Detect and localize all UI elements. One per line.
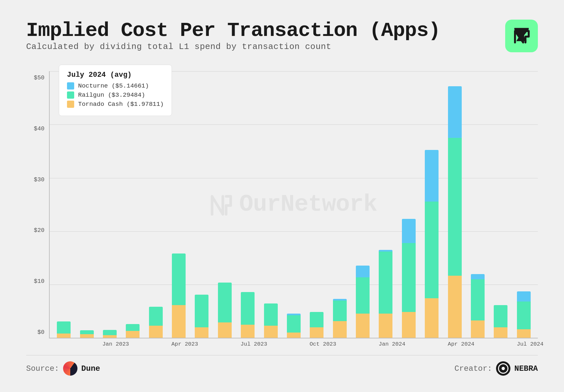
- bar-column: [149, 307, 163, 338]
- bar-column: [517, 291, 531, 338]
- bar-stack: [149, 307, 163, 338]
- header: Implied Cost Per Transaction (Apps) Calc…: [26, 20, 538, 61]
- legend-title: July 2024 (avg): [67, 71, 164, 79]
- bar-tornado: [172, 305, 186, 338]
- bars-group: [50, 86, 538, 338]
- bar-tornado: [241, 325, 255, 338]
- bar-railgun: [264, 303, 278, 326]
- bar-column: [80, 330, 94, 338]
- bar-tornado: [103, 335, 117, 338]
- bar-tornado: [494, 327, 507, 338]
- bar-railgun: [402, 243, 416, 312]
- x-axis-label: Jan 2023: [102, 341, 116, 347]
- bar-column: [218, 283, 232, 338]
- bar-railgun: [310, 312, 323, 327]
- bar-column: [356, 266, 370, 338]
- bar-tornado: [448, 276, 462, 338]
- x-axis-label: [148, 341, 162, 347]
- bar-railgun: [379, 252, 392, 314]
- x-axis-label: [194, 341, 208, 347]
- bar-nocturne: [356, 266, 370, 278]
- source-name: Dune: [81, 364, 100, 373]
- x-axis-label: [79, 341, 93, 347]
- bar-stack: [126, 324, 140, 338]
- bar-nocturne: [517, 291, 531, 302]
- x-axis-label: [218, 341, 231, 347]
- bar-stack: [379, 250, 392, 338]
- x-axis-label: [287, 341, 300, 347]
- bar-railgun: [448, 138, 462, 276]
- nebra-inner: [498, 363, 508, 374]
- bar-column: [126, 324, 140, 338]
- bar-nocturne: [448, 86, 462, 138]
- creator-name: NEBRA: [514, 364, 538, 373]
- bar-railgun: [471, 279, 485, 321]
- nocturne-swatch: [67, 82, 74, 90]
- tornado-swatch: [67, 101, 74, 108]
- bar-stack: [356, 266, 370, 338]
- bar-tornado: [517, 329, 531, 338]
- bar-column: [310, 312, 323, 338]
- bar-railgun: [333, 301, 347, 321]
- railgun-swatch: [67, 91, 74, 99]
- bar-tornado: [264, 326, 278, 338]
- bar-railgun: [80, 330, 94, 335]
- legend-item-nocturne: Nocturne ($5.14661): [67, 82, 164, 90]
- page-subtitle: Calculated by dividing total L1 spend by…: [26, 42, 440, 52]
- nocturne-label: Nocturne ($5.14661): [78, 82, 149, 90]
- page-title: Implied Cost Per Transaction (Apps): [26, 20, 440, 42]
- bar-stack: [494, 305, 507, 338]
- x-axis-label: Apr 2023: [172, 341, 185, 347]
- nebra-logo: [496, 361, 510, 376]
- x-axis-label: Jan 2024: [379, 341, 392, 347]
- title-section: Implied Cost Per Transaction (Apps) Calc…: [26, 20, 440, 61]
- bar-stack: [195, 295, 208, 338]
- bar-column: [241, 292, 255, 338]
- bar-column: [287, 314, 301, 338]
- bar-stack: [425, 150, 439, 338]
- bar-railgun: [425, 202, 439, 298]
- bar-stack: [287, 314, 301, 338]
- bar-column: [333, 299, 347, 338]
- x-axis-label: [263, 341, 277, 347]
- bar-stack: [517, 291, 531, 338]
- bar-nocturne: [425, 150, 439, 202]
- bar-stack: [241, 292, 255, 338]
- tornado-label: Tornado Cash ($1.97811): [78, 101, 164, 108]
- y-axis-label: $40: [34, 125, 44, 132]
- logo-icon: [512, 26, 531, 46]
- x-axis-label: [494, 341, 507, 347]
- bar-railgun: [241, 292, 255, 325]
- bar-tornado: [310, 327, 323, 338]
- legend: July 2024 (avg) Nocturne ($5.14661) Rail…: [59, 65, 172, 116]
- y-axis-label: $50: [34, 74, 44, 81]
- y-axis-label: $30: [34, 176, 44, 183]
- bar-column: [57, 321, 71, 338]
- source-label: Source:: [26, 364, 59, 373]
- x-axis-label: [425, 341, 439, 347]
- bar-stack: [218, 283, 232, 338]
- bar-tornado: [195, 327, 208, 338]
- x-axis-label: Oct 2023: [309, 341, 323, 347]
- bar-column: [264, 303, 278, 338]
- y-axis-label: $0: [37, 329, 44, 335]
- footer-source: Source: Dune: [26, 361, 100, 376]
- bar-tornado: [149, 326, 163, 338]
- y-axis-label: $20: [34, 227, 44, 234]
- y-axis: $50$40$30$20$10$0: [26, 71, 49, 347]
- bar-column: [425, 150, 439, 338]
- bar-tornado: [333, 321, 347, 338]
- bar-tornado: [126, 331, 140, 338]
- bar-column: [402, 219, 416, 338]
- bar-tornado: [57, 334, 71, 338]
- bar-stack: [103, 330, 117, 338]
- bar-stack: [57, 321, 71, 338]
- bar-railgun: [126, 324, 140, 331]
- bar-stack: [172, 253, 186, 338]
- bar-railgun: [356, 277, 370, 314]
- bar-nocturne: [402, 219, 416, 243]
- railgun-label: Railgun ($3.29484): [78, 91, 145, 99]
- bar-tornado: [287, 333, 301, 338]
- bar-tornado: [356, 314, 370, 338]
- bar-railgun: [103, 330, 117, 335]
